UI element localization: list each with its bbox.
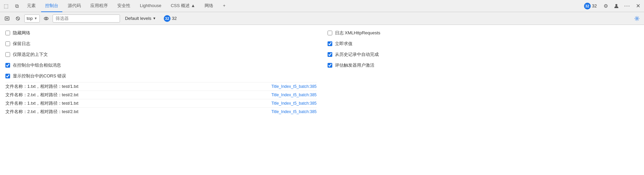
log-row-link-3[interactable]: Title_Index_t5_batch:385 xyxy=(271,101,316,106)
toolbar-right xyxy=(633,14,641,23)
tab-bar-left: ⬚ ⧉ 元素 控制台 源代码 应用程序 安全性 Lighthouse CSS 概… xyxy=(1,0,581,12)
checkbox-eval-triggers: 评估触发器用户激活 xyxy=(328,60,639,71)
levels-dropdown[interactable]: Default levels ▼ xyxy=(122,14,159,23)
log-row-text-3: 文件名称：1.txt，相对路径：test/1.txt xyxy=(5,100,79,106)
levels-label: Default levels xyxy=(125,16,151,21)
checkbox-hide-network: 隐藏网络 xyxy=(5,28,317,38)
tab-application[interactable]: 应用程序 xyxy=(86,0,112,12)
checkbox-show-cors: 显示控制台中的CORS 错误 xyxy=(5,71,317,81)
hide-network-label: 隐藏网络 xyxy=(13,30,30,36)
eager-eval-checkbox[interactable] xyxy=(328,41,332,46)
autocomplete-checkbox[interactable] xyxy=(328,52,332,57)
preserve-log-checkbox[interactable] xyxy=(5,41,10,46)
log-row-text-1: 文件名称：1.txt，相对路径：test/1.txt xyxy=(5,83,79,90)
svg-point-6 xyxy=(44,17,48,20)
tab-lighthouse[interactable]: Lighthouse xyxy=(136,0,165,12)
settings-icon[interactable]: ⚙ xyxy=(601,1,610,11)
log-xmlhttp-label: 日志 XMLHttpRequests xyxy=(335,30,380,36)
tab-elements[interactable]: 元素 xyxy=(23,0,40,12)
log-row-text-2: 文件名称：2.txt，相对路径：test/2.txt xyxy=(5,92,79,98)
autocomplete-label: 从历史记录中自动完成 xyxy=(335,51,379,58)
eager-eval-label: 立即求值 xyxy=(335,41,352,47)
profile-icon[interactable] xyxy=(612,1,621,11)
log-xmlhttp-checkbox[interactable] xyxy=(328,31,332,35)
svg-point-8 xyxy=(636,18,638,19)
console-settings-icon[interactable] xyxy=(633,14,641,23)
toolbar-badge-number: 32 xyxy=(172,16,177,21)
log-row: 文件名称：2.txt，相对路径：test/2.txt Title_Index_t… xyxy=(5,91,317,99)
block-icon[interactable] xyxy=(13,14,22,23)
tab-css-overview[interactable]: CSS 概述 ▲ xyxy=(167,0,200,12)
checkbox-eager-eval: 立即求值 xyxy=(328,38,639,49)
eval-triggers-checkbox[interactable] xyxy=(328,63,332,68)
svg-point-0 xyxy=(615,4,617,6)
tab-network[interactable]: 网络 xyxy=(201,0,217,12)
eval-triggers-label: 评估触发器用户激活 xyxy=(335,62,374,68)
toolbar-badge-circle: 32 xyxy=(164,15,171,22)
badge-number: 32 xyxy=(592,3,597,8)
levels-chevron-icon: ▼ xyxy=(153,16,156,20)
checkbox-log-xmlhttp: 日志 XMLHttpRequests xyxy=(328,28,639,38)
checkbox-autocomplete: 从历史记录中自动完成 xyxy=(328,49,639,60)
hide-network-checkbox[interactable] xyxy=(5,31,10,35)
log-row-link-2[interactable]: Title_Index_t5_batch:385 xyxy=(271,93,316,97)
show-cors-checkbox[interactable] xyxy=(5,74,10,78)
group-similar-checkbox[interactable] xyxy=(5,63,10,68)
svg-point-7 xyxy=(45,18,47,19)
context-selector[interactable]: top ▼ xyxy=(24,14,40,23)
chevron-down-icon: ▼ xyxy=(34,16,37,20)
inspect-icon[interactable]: ⬚ xyxy=(1,1,11,11)
log-row-text-4: 文件名称：2.txt，相对路径：test/2.txt xyxy=(5,109,79,115)
log-rows: 文件名称：1.txt，相对路径：test/1.txt Title_Index_t… xyxy=(5,82,317,116)
log-row: 文件名称：1.txt，相对路径：test/1.txt Title_Index_t… xyxy=(5,99,317,107)
toolbar-badge-button[interactable]: 32 32 xyxy=(161,14,179,23)
tab-add[interactable]: + xyxy=(219,0,229,12)
only-context-label: 仅限选定的上下文 xyxy=(13,51,48,58)
svg-line-5 xyxy=(17,17,19,20)
close-icon[interactable]: ✕ xyxy=(633,1,643,11)
tab-bar-right: 32 32 ⚙ ··· ✕ xyxy=(581,1,643,11)
log-row-link-4[interactable]: Title_Index_t5_batch:385 xyxy=(271,109,316,114)
clear-console-icon[interactable] xyxy=(3,14,11,23)
message-badge-button[interactable]: 32 32 xyxy=(581,2,600,10)
log-row: 文件名称：2.txt，相对路径：test/2.txt Title_Index_t… xyxy=(5,107,317,116)
eye-icon[interactable] xyxy=(42,14,51,23)
log-row-link-1[interactable]: Title_Index_t5_batch:385 xyxy=(271,84,316,89)
left-panel: 隐藏网络 保留日志 仅限选定的上下文 在控制台中组合相似消息 显示控制台中的CO… xyxy=(0,25,322,175)
toolbar: top ▼ Default levels ▼ 32 32 xyxy=(0,12,644,25)
device-icon[interactable]: ⧉ xyxy=(12,1,22,11)
only-context-checkbox[interactable] xyxy=(5,52,10,57)
tab-bar: ⬚ ⧉ 元素 控制台 源代码 应用程序 安全性 Lighthouse CSS 概… xyxy=(0,0,644,12)
checkbox-only-context: 仅限选定的上下文 xyxy=(5,49,317,60)
show-cors-label: 显示控制台中的CORS 错误 xyxy=(13,73,66,79)
group-similar-label: 在控制台中组合相似消息 xyxy=(13,62,61,68)
more-options-icon[interactable]: ··· xyxy=(622,1,632,11)
content-area: 隐藏网络 保留日志 仅限选定的上下文 在控制台中组合相似消息 显示控制台中的CO… xyxy=(0,25,644,175)
context-label: top xyxy=(27,16,33,21)
tab-source[interactable]: 源代码 xyxy=(64,0,85,12)
right-panel: 日志 XMLHttpRequests 立即求值 从历史记录中自动完成 评估触发器… xyxy=(322,25,644,175)
filter-input[interactable] xyxy=(53,14,120,23)
preserve-log-label: 保留日志 xyxy=(13,41,30,47)
tab-security[interactable]: 安全性 xyxy=(113,0,134,12)
badge-circle: 32 xyxy=(584,3,591,9)
checkbox-group-similar: 在控制台中组合相似消息 xyxy=(5,60,317,71)
log-row: 文件名称：1.txt，相对路径：test/1.txt Title_Index_t… xyxy=(5,82,317,91)
tab-console[interactable]: 控制台 xyxy=(41,0,62,12)
checkbox-preserve-log: 保留日志 xyxy=(5,38,317,49)
